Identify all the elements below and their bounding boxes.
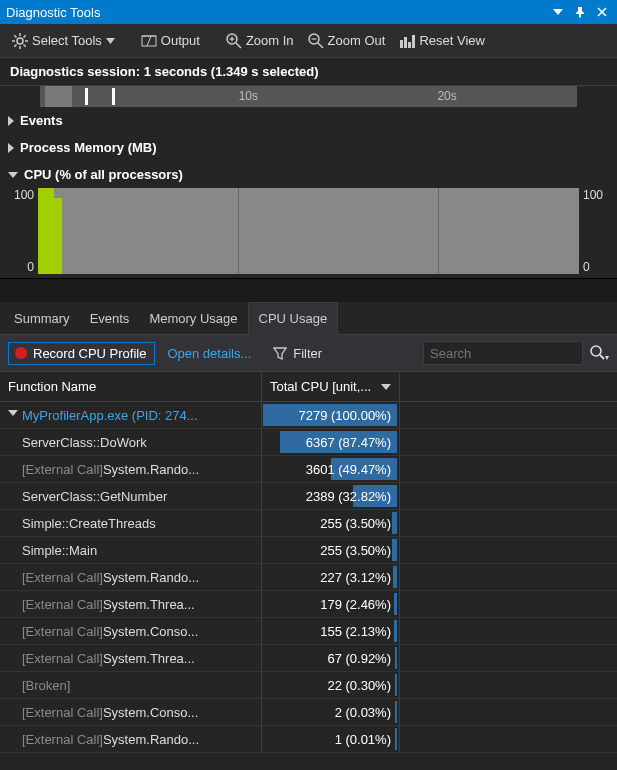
function-name-text: System.Conso... — [103, 624, 198, 639]
filter-button[interactable]: Filter — [273, 346, 322, 361]
cpu-plot-area[interactable] — [38, 188, 579, 274]
cpu-chart: 100 0 100 0 — [0, 188, 617, 278]
total-cpu-cell: 6367 (87.47%) — [262, 429, 400, 455]
table-row[interactable]: Simple::CreateThreads255 (3.50%) — [0, 510, 617, 537]
zoom-out-icon — [308, 33, 324, 49]
reset-view-icon — [399, 33, 415, 49]
output-button[interactable]: Output — [135, 29, 206, 53]
total-cpu-text: 179 (2.46%) — [320, 597, 391, 612]
record-cpu-profile-button[interactable]: Record CPU Profile — [8, 342, 155, 365]
column-total-cpu[interactable]: Total CPU [unit,... — [262, 372, 400, 401]
svg-line-6 — [14, 35, 16, 37]
table-row[interactable]: [External Call] System.Rando...1 (0.01%) — [0, 726, 617, 753]
function-name-text: System.Rando... — [103, 732, 199, 747]
function-name-cell: ServerClass::GetNumber — [0, 483, 262, 509]
y-axis-right: 100 0 — [579, 188, 609, 274]
cpu-bar-fill — [394, 593, 397, 615]
function-name-cell: [External Call] System.Conso... — [0, 699, 262, 725]
table-row[interactable]: [External Call] System.Rando...227 (3.12… — [0, 564, 617, 591]
table-row[interactable]: [External Call] System.Conso...2 (0.03%) — [0, 699, 617, 726]
external-call-prefix: [External Call] — [22, 570, 103, 585]
external-call-prefix: [Broken] — [22, 678, 70, 693]
cpu-bar-fill — [395, 701, 397, 723]
zoom-out-label: Zoom Out — [328, 33, 386, 48]
cpu-bar-fill — [395, 674, 397, 696]
memory-section-header[interactable]: Process Memory (MB) — [0, 134, 617, 161]
y-axis-left: 100 0 — [8, 188, 38, 274]
zoom-in-button[interactable]: Zoom In — [220, 29, 300, 53]
total-cpu-cell: 67 (0.92%) — [262, 645, 400, 671]
table-row[interactable]: ServerClass::DoWork6367 (87.47%) — [0, 429, 617, 456]
select-tools-label: Select Tools — [32, 33, 102, 48]
total-cpu-cell: 2 (0.03%) — [262, 699, 400, 725]
table-row[interactable]: Simple::Main255 (3.50%) — [0, 537, 617, 564]
events-section-header[interactable]: Events — [0, 107, 617, 134]
chevron-down-icon — [106, 36, 115, 45]
total-cpu-cell: 179 (2.46%) — [262, 591, 400, 617]
table-row[interactable]: [Broken]22 (0.30%) — [0, 672, 617, 699]
total-cpu-cell: 255 (3.50%) — [262, 537, 400, 563]
function-name-text: System.Threa... — [103, 597, 195, 612]
table-row[interactable]: [External Call] System.Threa...179 (2.46… — [0, 591, 617, 618]
total-cpu-text: 22 (0.30%) — [327, 678, 391, 693]
tab-events[interactable]: Events — [80, 303, 140, 334]
tab-cpu-usage[interactable]: CPU Usage — [248, 302, 339, 335]
cpu-bar-fill — [395, 728, 397, 750]
total-cpu-text: 3601 (49.47%) — [306, 462, 391, 477]
ytick: 0 — [583, 260, 590, 274]
tab-memory-usage[interactable]: Memory Usage — [139, 303, 247, 334]
ytick: 100 — [14, 188, 34, 202]
reset-view-button[interactable]: Reset View — [393, 29, 491, 53]
collapse-icon[interactable] — [8, 410, 18, 420]
svg-marker-10 — [106, 38, 115, 44]
cpu-section-header[interactable]: CPU (% of all processors) — [0, 161, 617, 188]
function-name-cell: MyProfilerApp.exe (PID: 274... — [0, 402, 262, 428]
timeline-ruler[interactable]: 10s 20s — [0, 85, 617, 107]
table-row[interactable]: [External Call] System.Rando...3601 (49.… — [0, 456, 617, 483]
total-cpu-text: 1 (0.01%) — [335, 732, 391, 747]
function-name-cell: [External Call] System.Rando... — [0, 726, 262, 752]
total-cpu-text: 255 (3.50%) — [320, 516, 391, 531]
function-name-text: Simple::CreateThreads — [22, 516, 156, 531]
external-call-prefix: [External Call] — [22, 732, 103, 747]
function-name-cell: [External Call] System.Threa... — [0, 645, 262, 671]
window-options-icon[interactable] — [549, 3, 567, 21]
gear-icon — [12, 33, 28, 49]
table-row[interactable]: [External Call] System.Threa...67 (0.92%… — [0, 645, 617, 672]
window-title: Diagnostic Tools — [6, 5, 545, 20]
cpu-bar-fill — [393, 566, 397, 588]
total-cpu-cell: 1 (0.01%) — [262, 726, 400, 752]
ytick: 0 — [27, 260, 34, 274]
zoom-in-icon — [226, 33, 242, 49]
search-input[interactable] — [423, 341, 583, 365]
svg-line-13 — [236, 43, 241, 48]
filter-icon — [273, 346, 287, 360]
selection-end-handle[interactable] — [112, 88, 115, 105]
cpu-command-row: Record CPU Profile Open details... Filte… — [0, 335, 617, 371]
tab-summary[interactable]: Summary — [4, 303, 80, 334]
table-row[interactable]: MyProfilerApp.exe (PID: 274...7279 (100.… — [0, 402, 617, 429]
table-row[interactable]: [External Call] System.Conso...155 (2.13… — [0, 618, 617, 645]
table-row[interactable]: ServerClass::GetNumber2389 (32.82%) — [0, 483, 617, 510]
pin-icon[interactable] — [571, 3, 589, 21]
function-name-text: System.Conso... — [103, 705, 198, 720]
table-body: MyProfilerApp.exe (PID: 274...7279 (100.… — [0, 402, 617, 753]
svg-point-1 — [17, 38, 23, 44]
function-name-cell: [External Call] System.Conso... — [0, 618, 262, 644]
reset-view-label: Reset View — [419, 33, 485, 48]
svg-rect-20 — [404, 37, 407, 48]
selection-start-handle[interactable] — [85, 88, 88, 105]
total-cpu-text: 255 (3.50%) — [320, 543, 391, 558]
column-function-name[interactable]: Function Name — [0, 372, 262, 401]
external-call-prefix: [External Call] — [22, 462, 103, 477]
close-icon[interactable] — [593, 3, 611, 21]
zoom-out-button[interactable]: Zoom Out — [302, 29, 392, 53]
record-icon — [15, 347, 27, 359]
search-icon[interactable] — [589, 344, 609, 362]
open-details-link[interactable]: Open details... — [167, 346, 251, 361]
function-name-cell: [External Call] System.Rando... — [0, 456, 262, 482]
cpu-bar-fill — [392, 539, 397, 561]
select-tools-button[interactable]: Select Tools — [6, 29, 121, 53]
total-cpu-cell: 3601 (49.47%) — [262, 456, 400, 482]
filter-label: Filter — [293, 346, 322, 361]
